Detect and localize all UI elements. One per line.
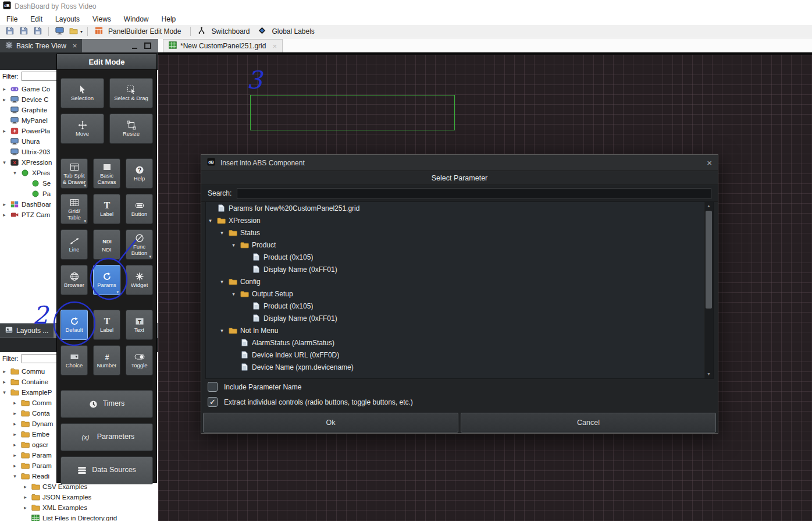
palette-button-number[interactable]: #Number — [93, 345, 120, 375]
ok-button[interactable]: Ok — [203, 413, 458, 433]
expand-icon[interactable]: ▸ — [1, 86, 8, 92]
palette-button-default[interactable]: Default — [60, 310, 88, 340]
collapse-icon[interactable]: ▾ — [1, 160, 8, 165]
palette-button-grid-table[interactable]: Grid/ Table▾ — [60, 194, 88, 224]
palette-button-line[interactable]: Line — [60, 229, 88, 260]
open-folder-dropdown-icon[interactable]: ▾ — [80, 29, 83, 34]
global-labels-label[interactable]: Global Labels — [272, 27, 314, 36]
global-labels-button[interactable] — [256, 26, 268, 37]
palette-button-help[interactable]: ?Help — [126, 158, 153, 189]
palette-button-parameters[interactable]: (x)Parameters — [60, 423, 153, 451]
scrollbar[interactable]: ▲ ▼ — [704, 202, 713, 378]
menu-item-edit[interactable]: Edit — [24, 14, 49, 24]
chevron-down-icon[interactable]: ▾ — [149, 254, 151, 259]
expand-icon[interactable]: ▸ — [1, 379, 8, 385]
switchboard-label[interactable]: Switchboard — [211, 27, 250, 36]
menu-item-views[interactable]: Views — [86, 14, 117, 24]
collapse-icon[interactable]: ▾ — [219, 279, 225, 285]
chevron-down-icon[interactable]: ▾ — [84, 183, 86, 188]
palette-button-text[interactable]: TText — [126, 310, 153, 340]
close-icon[interactable]: × — [272, 42, 277, 50]
extract-individual-controls-checkbox[interactable]: ✓ Extract individual controls (radio but… — [208, 397, 413, 407]
palette-button-params[interactable]: Params▾ — [93, 265, 120, 295]
palette-button-move[interactable]: Move — [60, 114, 104, 144]
parameter-tree-item[interactable]: ▾Product — [206, 239, 713, 251]
parameter-tree-item[interactable]: ▾XPression — [206, 214, 713, 226]
panelbuilder-edit-mode-label[interactable]: PanelBuilder Edit Mode — [108, 27, 181, 36]
parameter-tree-item[interactable]: Display Name (0xFF01) — [206, 263, 713, 275]
menu-item-help[interactable]: Help — [155, 14, 183, 24]
expand-icon[interactable]: ▸ — [12, 410, 18, 416]
collapse-icon[interactable]: ▾ — [230, 291, 237, 297]
collapse-icon[interactable]: ▾ — [1, 389, 8, 395]
menu-item-file[interactable]: File — [0, 14, 24, 24]
expand-icon[interactable]: ▸ — [22, 494, 29, 500]
expand-icon[interactable]: ▸ — [22, 505, 29, 511]
expand-icon[interactable]: ▸ — [12, 431, 18, 437]
restore-icon[interactable] — [144, 42, 151, 49]
layouts-tree-item[interactable]: List Files in Directory.grid — [0, 513, 158, 521]
tab-new-custompanel[interactable]: *New CustomPanel251.grid × — [163, 39, 283, 52]
layouts-filter-input[interactable] — [22, 354, 58, 363]
parameter-tree-item[interactable]: Device Name (xprn.devicename) — [206, 361, 713, 373]
expand-icon[interactable]: ▸ — [1, 212, 8, 218]
collapse-icon[interactable]: ▾ — [230, 242, 237, 248]
minimize-icon[interactable] — [132, 43, 137, 49]
chevron-down-icon[interactable]: ▾ — [84, 219, 86, 224]
palette-button-label[interactable]: TLabel — [93, 194, 120, 224]
palette-button-button[interactable]: Button — [126, 194, 153, 224]
parameter-tree-item[interactable]: ▾Not In Menu — [206, 324, 713, 336]
palette-button-browser[interactable]: Browser — [60, 265, 88, 295]
switchboard-button[interactable] — [195, 26, 208, 37]
palette-button-data-sources[interactable]: Data Sources — [60, 456, 153, 484]
tab-layouts[interactable]: Layouts ... — [0, 324, 54, 338]
export-button[interactable] — [31, 26, 44, 37]
collapse-icon[interactable]: ▾ — [219, 230, 225, 236]
palette-button-select-drag[interactable]: Select & Drag — [109, 78, 153, 108]
open-folder-button[interactable] — [67, 26, 80, 37]
parameter-tree-item[interactable]: Product (0x105) — [206, 300, 713, 312]
palette-button-selection[interactable]: Selection — [60, 78, 104, 108]
expand-icon[interactable]: ▸ — [1, 128, 8, 134]
parameter-tree-item[interactable]: Params for New%20CustomPanel251.grid — [206, 202, 713, 214]
dialog-search-input[interactable] — [237, 188, 711, 199]
parameter-tree-item[interactable]: Product (0x105) — [206, 251, 713, 263]
include-parameter-name-checkbox[interactable]: Include Parameter Name — [208, 382, 301, 392]
tab-basic-tree-view[interactable]: Basic Tree View × — [0, 39, 82, 52]
close-icon[interactable]: × — [73, 42, 77, 49]
chevron-down-icon[interactable]: ▾ — [116, 290, 119, 295]
collapse-icon[interactable]: ▾ — [219, 328, 225, 334]
parameter-tree-item[interactable]: ▾Output Setup — [206, 288, 713, 300]
palette-button-timers[interactable]: Timers — [60, 390, 153, 418]
expand-icon[interactable]: ▸ — [22, 484, 29, 490]
scrollbar-thumb[interactable] — [706, 211, 712, 309]
palette-button-choice[interactable]: Choice — [60, 345, 88, 375]
palette-button-resize[interactable]: Resize — [109, 114, 153, 144]
expand-icon[interactable]: ▸ — [12, 442, 18, 448]
expand-icon[interactable]: ▸ — [1, 97, 8, 102]
scroll-up-icon[interactable]: ▲ — [704, 202, 713, 210]
menu-item-window[interactable]: Window — [117, 14, 155, 24]
layouts-tree-item[interactable]: ▸XML Examples — [0, 502, 158, 513]
parameter-tree-item[interactable]: ▾Status — [206, 226, 713, 239]
palette-button-ndi[interactable]: NDINDI — [93, 229, 120, 260]
checkbox-icon[interactable] — [208, 382, 218, 392]
expand-icon[interactable]: ▸ — [12, 421, 18, 427]
tree-filter-input[interactable] — [22, 72, 58, 81]
palette-button-basic-canvas[interactable]: Basic Canvas — [93, 158, 120, 189]
parameter-tree-item[interactable]: AlarmStatus (AlarmStatus) — [206, 336, 713, 349]
layouts-tree-item[interactable]: ▸JSON Examples — [0, 492, 158, 502]
save-all-button[interactable] — [17, 26, 30, 37]
parameter-tree-item[interactable]: Display Name (0xFF01) — [206, 312, 713, 324]
expand-icon[interactable]: ▸ — [12, 452, 18, 458]
checkbox-icon[interactable]: ✓ — [208, 397, 218, 407]
palette-button-toggle[interactable]: Toggle — [126, 345, 153, 375]
collapse-icon[interactable]: ▾ — [12, 473, 18, 479]
palette-button-label[interactable]: TLabel — [93, 310, 120, 340]
expand-icon[interactable]: ▸ — [12, 400, 18, 406]
cancel-button[interactable]: Cancel — [461, 413, 716, 433]
parameter-tree-item[interactable]: ▾Config — [206, 275, 713, 288]
dialog-close-icon[interactable]: × — [707, 158, 712, 167]
palette-button-tab-split-drawer[interactable]: Tab Split & Drawer▾ — [60, 158, 88, 189]
canvas-green-rectangle[interactable] — [250, 95, 455, 130]
